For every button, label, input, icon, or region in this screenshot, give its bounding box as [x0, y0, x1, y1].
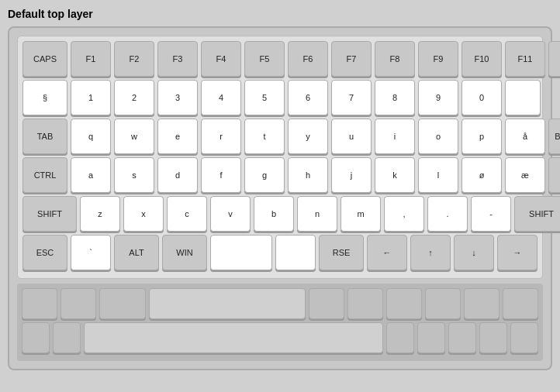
- key-c[interactable]: c: [167, 196, 207, 232]
- key-caps[interactable]: CAPS: [22, 41, 67, 77]
- key-f[interactable]: f: [201, 157, 241, 193]
- bottom-key-9: [503, 288, 538, 319]
- key-d[interactable]: d: [157, 157, 198, 193]
- key-f12[interactable]: F12: [548, 41, 560, 77]
- key-o[interactable]: o: [418, 119, 458, 154]
- bottom-section: [17, 284, 543, 361]
- key-f10[interactable]: F10: [461, 41, 502, 77]
- key-0[interactable]: 0: [461, 80, 502, 115]
- key-j[interactable]: j: [331, 157, 372, 193]
- key-p[interactable]: p: [461, 119, 502, 154]
- key-shift-left[interactable]: SHIFT: [22, 196, 77, 232]
- page-title: Default top layer: [8, 8, 552, 20]
- key-f4[interactable]: F4: [201, 41, 241, 77]
- bottom-small-5: [448, 322, 476, 353]
- bottom-small-3: [386, 322, 414, 353]
- key-6[interactable]: 6: [288, 80, 328, 115]
- key-shift-right1[interactable]: SHIFT: [514, 196, 560, 232]
- key-q[interactable]: q: [71, 119, 111, 154]
- key-8[interactable]: 8: [375, 80, 415, 115]
- key-f7[interactable]: F7: [331, 41, 372, 77]
- key-y[interactable]: y: [288, 119, 328, 154]
- key-f2[interactable]: F2: [114, 41, 154, 77]
- key-f6[interactable]: F6: [288, 41, 328, 77]
- key-arrow-up[interactable]: ↑: [410, 235, 451, 270]
- key-u[interactable]: u: [331, 119, 372, 154]
- key-3[interactable]: 3: [157, 80, 198, 115]
- key-ae[interactable]: æ: [505, 157, 545, 193]
- bottom-row2: [22, 322, 538, 353]
- key-g[interactable]: g: [244, 157, 285, 193]
- key-e[interactable]: e: [157, 119, 198, 154]
- key-rse[interactable]: RSE: [319, 235, 364, 270]
- bottom-small-2: [53, 322, 81, 353]
- key-5[interactable]: 5: [244, 80, 285, 115]
- key-9[interactable]: 9: [418, 80, 458, 115]
- key-a[interactable]: a: [71, 157, 111, 193]
- key-arrow-down[interactable]: ↓: [454, 235, 494, 270]
- key-bksp[interactable]: BKSP: [548, 119, 560, 154]
- key-period[interactable]: .: [427, 196, 468, 232]
- key-f1[interactable]: F1: [71, 41, 111, 77]
- key-r[interactable]: r: [201, 119, 241, 154]
- key-4[interactable]: 4: [201, 80, 241, 115]
- key-f3[interactable]: F3: [157, 41, 198, 77]
- key-minus[interactable]: -: [471, 196, 511, 232]
- key-tab[interactable]: TAB: [22, 119, 67, 154]
- key-v[interactable]: v: [210, 196, 251, 232]
- key-s[interactable]: s: [114, 157, 154, 193]
- key-l[interactable]: l: [418, 157, 458, 193]
- bottom-small-1: [22, 322, 50, 353]
- key-section[interactable]: §: [22, 80, 67, 115]
- key-h[interactable]: h: [288, 157, 328, 193]
- key-1[interactable]: 1: [71, 80, 111, 115]
- key-esc[interactable]: ESC: [22, 235, 67, 270]
- key-ctrl[interactable]: CTRL: [22, 157, 67, 193]
- key-space1[interactable]: [210, 235, 272, 270]
- key-2[interactable]: 2: [114, 80, 154, 115]
- keyboard-container: CAPS F1 F2 F3 F4 F5 F6 F7 F8 F9 F10 F11 …: [8, 26, 552, 370]
- bottom-key-4: [309, 288, 344, 319]
- key-f5[interactable]: F5: [244, 41, 285, 77]
- key-t[interactable]: t: [244, 119, 285, 154]
- tab-row: TAB q w e r t y u i o p å BKSP: [22, 119, 538, 154]
- key-space2[interactable]: [275, 235, 316, 270]
- bottom-key-7: [425, 288, 461, 319]
- bottom-key-1: [22, 288, 57, 319]
- key-oslash[interactable]: ø: [461, 157, 502, 193]
- num-row: § 1 2 3 4 5 6 7 8 9 0: [22, 80, 538, 115]
- bottom-small-6: [479, 322, 507, 353]
- bottom-key-6: [386, 288, 422, 319]
- bottom-key-2: [60, 288, 96, 319]
- key-k[interactable]: k: [375, 157, 415, 193]
- bottom-small-4: [417, 322, 445, 353]
- key-f9[interactable]: F9: [418, 41, 458, 77]
- key-z[interactable]: z: [80, 196, 120, 232]
- key-aring[interactable]: å: [505, 119, 545, 154]
- bottom-key-3: [99, 288, 146, 319]
- key-blank1[interactable]: [505, 80, 541, 115]
- key-backtick[interactable]: `: [71, 235, 111, 270]
- key-7[interactable]: 7: [331, 80, 372, 115]
- key-win[interactable]: WIN: [162, 235, 207, 270]
- key-x[interactable]: x: [123, 196, 164, 232]
- key-comma[interactable]: ,: [384, 196, 424, 232]
- key-w[interactable]: w: [114, 119, 154, 154]
- key-n[interactable]: n: [297, 196, 337, 232]
- key-enter[interactable]: ↵: [548, 157, 560, 193]
- key-alt[interactable]: ALT: [114, 235, 159, 270]
- keyboard-main: CAPS F1 F2 F3 F4 F5 F6 F7 F8 F9 F10 F11 …: [17, 36, 543, 279]
- shift-row: SHIFT z x c v b n m , . - SHIFT SHIFT: [22, 196, 538, 232]
- key-arrow-left[interactable]: ←: [367, 235, 407, 270]
- key-i[interactable]: i: [375, 119, 415, 154]
- key-b[interactable]: b: [254, 196, 294, 232]
- key-arrow-right[interactable]: →: [497, 235, 538, 270]
- esc-row: ESC ` ALT WIN RSE ← ↑ ↓ →: [22, 235, 538, 270]
- key-m[interactable]: m: [340, 196, 381, 232]
- key-f11[interactable]: F11: [505, 41, 545, 77]
- key-f8[interactable]: F8: [375, 41, 415, 77]
- bottom-row1: [22, 288, 538, 319]
- bottom-key-5: [347, 288, 383, 319]
- fn-row: CAPS F1 F2 F3 F4 F5 F6 F7 F8 F9 F10 F11 …: [22, 41, 538, 77]
- bottom-wide: [84, 322, 383, 353]
